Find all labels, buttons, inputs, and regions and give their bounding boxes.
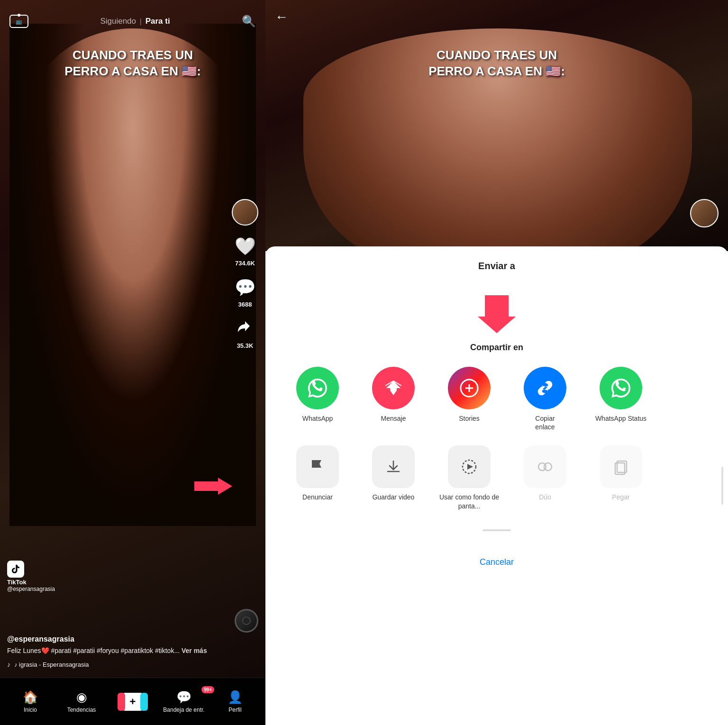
action-buttons: 🤍 734.6K 💬 3688 35.3K: [232, 199, 258, 349]
compass-icon: ◉: [76, 690, 87, 705]
whatsapp-status-label: WhatsApp Status: [595, 414, 646, 423]
inbox-badge: 99+: [201, 686, 214, 693]
red-arrow-left: [194, 477, 232, 498]
video-caption: Feliz Lunes❤️ #parati #paratii #foryou #…: [7, 646, 228, 656]
svg-point-8: [544, 463, 552, 471]
right-share-panel: ← CUANDO TRAES UNPERRO A CASA EN 🇺🇸: Env…: [265, 0, 728, 725]
whatsapp-label: WhatsApp: [302, 414, 333, 423]
left-video-panel: 📺 Siguiendo | Para ti 🔍 CUANDO TRAES UN …: [0, 0, 265, 725]
hair-overlay-left: [9, 24, 256, 526]
share-button[interactable]: 35.3K: [234, 317, 256, 349]
comment-count: 3688: [238, 301, 252, 308]
scroll-hint: [482, 529, 511, 531]
music-disc: [235, 609, 258, 633]
second-apps-row: Denunciar Guardar video: [280, 445, 714, 510]
create-button[interactable]: +: [120, 693, 145, 711]
svg-marker-0: [194, 478, 232, 495]
share-apps-row: WhatsApp Mensaje: [280, 367, 714, 431]
nav-tendencias[interactable]: ◉ Tendencias: [56, 690, 107, 713]
share-stories[interactable]: Stories: [436, 367, 502, 431]
share-whatsapp[interactable]: WhatsApp: [284, 367, 351, 431]
share-whatsapp-status[interactable]: WhatsApp Status: [588, 367, 654, 431]
duo-label: Dúo: [539, 493, 551, 501]
nav-perfil-label: Perfil: [228, 707, 241, 713]
tiktok-header: 📺 Siguiendo | Para ti 🔍: [0, 0, 265, 38]
tiktok-handle: @esperansagrasia: [7, 586, 55, 592]
tab-para-ti[interactable]: Para ti: [146, 17, 170, 26]
copiar-label: Copiarenlace: [535, 414, 555, 431]
share-icon: [234, 317, 256, 340]
share-copiar[interactable]: Copiarenlace: [512, 367, 578, 431]
share-title: Enviar a: [280, 261, 714, 272]
comment-icon: 💬: [234, 276, 256, 299]
nav-inicio-label: Inicio: [24, 707, 37, 713]
copiar-icon: [524, 367, 566, 409]
action-pegar: Pegar: [588, 445, 654, 510]
tab-siguiendo[interactable]: Siguiendo: [100, 17, 136, 26]
music-disc-inner: [242, 616, 251, 625]
heart-icon: 🤍: [234, 235, 256, 258]
guardar-label: Guardar video: [373, 493, 415, 501]
like-count: 734.6K: [235, 260, 255, 267]
fondo-icon: [448, 445, 491, 488]
svg-marker-1: [478, 295, 516, 333]
inbox-icon: 💬: [176, 690, 191, 705]
like-button[interactable]: 🤍 734.6K: [234, 235, 256, 267]
music-text: ♪ igrasia - Esperansagrasia: [14, 661, 89, 668]
nav-bandeja-label: Bandeja de entr.: [163, 707, 204, 713]
nav-bandeja[interactable]: 💬 Bandeja de entr. 99+: [158, 690, 209, 713]
svg-marker-6: [467, 464, 473, 470]
whatsapp-status-icon: [600, 367, 642, 409]
guardar-icon: [372, 445, 415, 488]
creator-avatar[interactable]: [232, 199, 258, 226]
video-title-right: CUANDO TRAES UNPERRO A CASA EN 🇺🇸:: [265, 47, 728, 80]
mensaje-label: Mensaje: [381, 414, 406, 423]
pegar-icon: [600, 445, 642, 488]
whatsapp-icon: [296, 367, 339, 409]
cancel-button[interactable]: Cancelar: [280, 545, 714, 579]
live-icon: 📺: [9, 15, 28, 28]
scroll-indicator: [721, 467, 723, 505]
music-info: ♪ ♪ igrasia - Esperansagrasia: [7, 661, 228, 668]
comment-button[interactable]: 💬 3688: [234, 276, 256, 308]
ver-mas-button[interactable]: Ver más: [182, 647, 207, 654]
compartir-en-label: Compartir en: [280, 343, 714, 353]
action-duo: Dúo: [512, 445, 578, 510]
live-badge: 📺: [9, 15, 28, 28]
nav-tendencias-label: Tendencias: [67, 707, 96, 713]
duo-icon: [524, 445, 566, 488]
denunciar-icon: [296, 445, 339, 488]
back-button[interactable]: ←: [275, 9, 288, 25]
bottom-nav: 🏠 Inicio ◉ Tendencias + 💬 Bandeja de ent…: [0, 678, 265, 725]
stories-label: Stories: [459, 414, 480, 423]
home-icon: 🏠: [23, 690, 38, 705]
stories-icon: [448, 367, 491, 409]
tiktok-icon: [7, 561, 24, 578]
search-icon[interactable]: 🔍: [242, 15, 256, 28]
nav-tabs: Siguiendo | Para ti: [100, 17, 170, 26]
nav-perfil[interactable]: 👤 Perfil: [209, 690, 261, 713]
nav-create[interactable]: +: [107, 693, 158, 711]
mensaje-icon: [372, 367, 415, 409]
music-note-icon: ♪: [7, 661, 10, 668]
share-sheet: Enviar a Compartir en WhatsApp: [265, 246, 728, 725]
action-guardar[interactable]: Guardar video: [360, 445, 427, 510]
profile-icon: 👤: [228, 690, 243, 705]
tiktok-text: TikTok: [7, 579, 27, 586]
pegar-label: Pegar: [612, 493, 629, 501]
share-count: 35.3K: [237, 342, 254, 349]
fondo-label: Usar como fondo de panta...: [436, 493, 502, 510]
nav-inicio[interactable]: 🏠 Inicio: [5, 690, 56, 713]
tiktok-logo: TikTok @esperansagrasia: [7, 561, 55, 592]
action-denunciar[interactable]: Denunciar: [284, 445, 351, 510]
video-info: @esperansagrasia Feliz Lunes❤️ #parati #…: [7, 635, 228, 668]
creator-username[interactable]: @esperansagrasia: [7, 635, 228, 643]
action-fondo[interactable]: Usar como fondo de panta...: [436, 445, 502, 510]
video-title-left: CUANDO TRAES UN PERRO A CASA EN 🇺🇸:: [0, 47, 265, 80]
denunciar-label: Denunciar: [302, 493, 333, 501]
avatar-right[interactable]: [690, 199, 719, 227]
red-down-arrow: [280, 295, 714, 333]
plus-icon: +: [130, 696, 136, 708]
share-mensaje[interactable]: Mensaje: [360, 367, 427, 431]
